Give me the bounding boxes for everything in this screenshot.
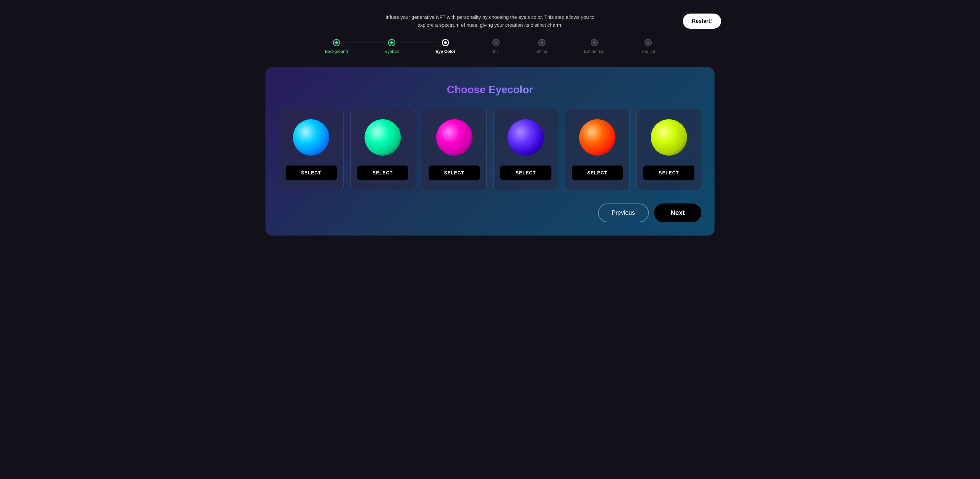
option-green-cyan[interactable]: SELECT (350, 109, 415, 190)
option-pink-magenta[interactable]: SELECT (422, 109, 487, 190)
step-line-4 (500, 43, 536, 43)
description-line1: Infuse your generative NFT with personal… (386, 14, 595, 20)
step-line-6 (605, 43, 641, 43)
step-circle-eye-color (442, 39, 449, 46)
step-circle-eyeball (388, 39, 395, 46)
card-title: Choose Eyecolor (447, 83, 533, 96)
option-orange-red[interactable]: SELECT (565, 109, 630, 190)
previous-button[interactable]: Previous (598, 203, 649, 222)
select-button-green-cyan[interactable]: SELECT (357, 166, 409, 180)
step-line-1 (348, 43, 384, 43)
description-line2: explore a spectrum of hues, giving your … (417, 22, 562, 28)
step-label-eye-color: Eye Color (436, 49, 456, 54)
step-circle-background (333, 39, 340, 46)
orb-orange-red (579, 119, 616, 156)
main-card: Choose Eyecolor SELECT SELECT SELECT SEL… (266, 67, 714, 236)
step-eyeball[interactable]: Eyeball (385, 39, 399, 54)
step-label-iris: Iris (493, 49, 499, 54)
step-iris[interactable]: Iris (492, 39, 500, 54)
stepper: Background Eyeball Eye Color Iris Shine (325, 39, 655, 54)
step-label-bottom-lid: Bottom Lid (584, 49, 605, 54)
option-blue-cyan[interactable]: SELECT (279, 109, 344, 190)
step-circle-iris (492, 39, 500, 46)
step-label-shine: Shine (536, 49, 547, 54)
options-grid: SELECT SELECT SELECT SELECT SELECT SELEC… (279, 109, 701, 190)
restart-button[interactable]: Restart! (683, 14, 721, 29)
orb-purple-blue (508, 119, 544, 156)
select-button-yellow-green[interactable]: SELECT (643, 166, 694, 180)
select-button-purple-blue[interactable]: SELECT (500, 166, 551, 180)
step-label-eyeball: Eyeball (385, 49, 399, 54)
bottom-navigation: Previous Next (598, 203, 701, 222)
select-button-orange-red[interactable]: SELECT (572, 166, 623, 180)
step-line-2 (399, 43, 435, 43)
step-line-5 (547, 43, 584, 43)
step-label-background: Background (325, 49, 348, 54)
step-circle-top-lid (644, 39, 652, 46)
step-shine[interactable]: Shine (536, 39, 547, 54)
orb-yellow-green (651, 119, 687, 156)
orb-pink-magenta (436, 119, 473, 156)
orb-blue-cyan (293, 119, 329, 156)
step-circle-bottom-lid (591, 39, 598, 46)
step-top-lid[interactable]: Top Lid (641, 39, 655, 54)
option-yellow-green[interactable]: SELECT (636, 109, 701, 190)
select-button-pink-magenta[interactable]: SELECT (429, 166, 480, 180)
next-button[interactable]: Next (654, 203, 701, 222)
page-header: Infuse your generative NFT with personal… (259, 13, 721, 29)
step-circle-shine (538, 39, 546, 46)
orb-green-cyan (364, 119, 401, 156)
step-label-top-lid: Top Lid (641, 49, 655, 54)
step-eye-color[interactable]: Eye Color (436, 39, 456, 54)
option-purple-blue[interactable]: SELECT (493, 109, 558, 190)
select-button-blue-cyan[interactable]: SELECT (286, 166, 337, 180)
header-description: Infuse your generative NFT with personal… (386, 13, 595, 29)
step-line-3 (455, 43, 492, 43)
step-background[interactable]: Background (325, 39, 348, 54)
step-bottom-lid[interactable]: Bottom Lid (584, 39, 605, 54)
